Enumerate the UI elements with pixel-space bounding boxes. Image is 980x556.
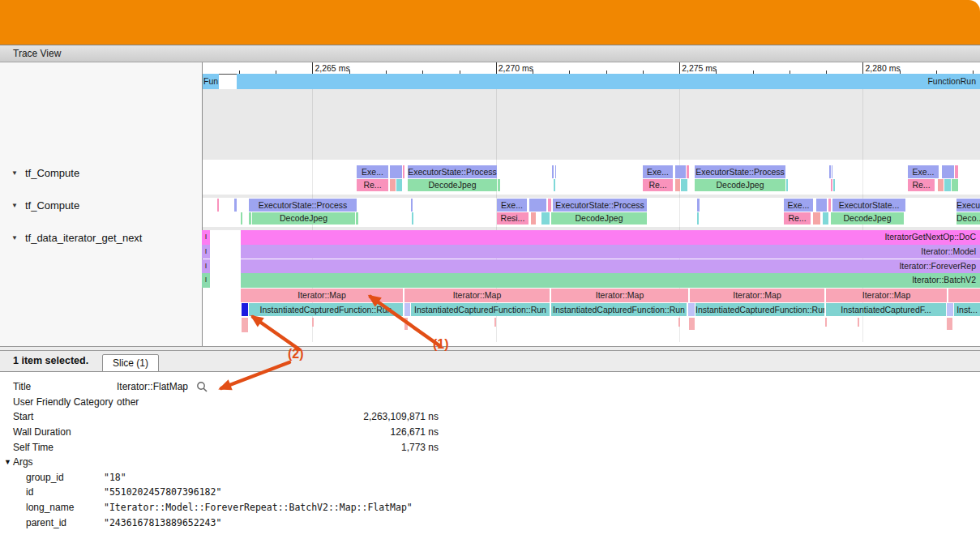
trace-slice[interactable] — [697, 199, 700, 212]
trace-slice[interactable]: I — [202, 230, 210, 245]
trace-slice[interactable]: I — [202, 245, 210, 259]
trace-slice[interactable]: ExecutorState::Process — [695, 165, 785, 178]
trace-slice[interactable] — [356, 212, 358, 225]
trace-slice[interactable]: ExecutorState... — [832, 199, 905, 212]
trace-slice[interactable] — [412, 212, 413, 225]
trace-slice[interactable]: Fun — [203, 74, 219, 89]
trace-slice[interactable]: DecodeJpeg — [831, 212, 904, 225]
track-group-tf-compute-1[interactable]: ▼ tf_Compute — [11, 166, 79, 180]
trace-slice[interactable] — [828, 199, 831, 212]
trace-slice[interactable] — [813, 212, 820, 225]
trace-slice[interactable]: Execu... — [956, 199, 980, 212]
trace-slice[interactable] — [249, 212, 251, 225]
trace-slice[interactable]: DecodeJpeg — [695, 179, 785, 192]
trace-slice[interactable]: InstantiatedCapturedFunction::Run — [551, 303, 687, 317]
trace-slice[interactable] — [675, 179, 680, 192]
trace-slice[interactable]: InstantiatedCapturedFunction::Run — [411, 303, 550, 317]
trace-slice[interactable]: Re... — [784, 212, 811, 225]
trace-slice[interactable] — [858, 318, 859, 327]
trace-slice[interactable]: Exe... — [357, 165, 388, 178]
trace-slice[interactable] — [688, 303, 695, 317]
trace-slice[interactable] — [955, 165, 958, 178]
trace-slice[interactable]: DecodeJpeg — [408, 179, 497, 192]
trace-slice[interactable] — [548, 199, 551, 212]
trace-slice[interactable]: Exe... — [497, 199, 527, 212]
trace-slice[interactable] — [948, 289, 980, 302]
trace-slice[interactable]: Exe... — [908, 165, 939, 178]
trace-slice[interactable]: ExecutorState::Process — [553, 199, 647, 212]
trace-slice[interactable]: Iterator::BatchV2 — [241, 273, 980, 288]
trace-slice[interactable] — [823, 212, 828, 225]
trace-slice[interactable] — [816, 199, 827, 212]
trace-slice[interactable] — [829, 165, 831, 178]
trace-slice[interactable]: Iterator::ForeverRep — [241, 259, 980, 273]
trace-slice[interactable]: Iterator::Map — [826, 289, 947, 302]
trace-slice[interactable] — [217, 199, 219, 212]
collapse-triangle-icon[interactable]: ▼ — [11, 235, 18, 242]
trace-slice[interactable] — [786, 179, 788, 192]
trace-slice[interactable]: ExecutorState::Process — [249, 199, 357, 212]
trace-slice[interactable] — [404, 318, 408, 330]
trace-slice[interactable] — [832, 165, 832, 178]
trace-slice[interactable]: DecodeJpeg — [252, 212, 355, 225]
trace-slice[interactable]: Iterator::Map — [690, 289, 824, 302]
trace-slice[interactable]: Iterator::Map — [404, 289, 550, 302]
trace-slice[interactable] — [531, 212, 536, 225]
trace-slice[interactable]: Exe... — [784, 199, 813, 212]
trace-slice[interactable]: Re... — [908, 179, 935, 192]
trace-slice[interactable]: Re... — [643, 179, 673, 192]
trace-slice[interactable] — [390, 165, 402, 178]
trace-slice[interactable] — [242, 318, 248, 332]
trace-slice[interactable] — [689, 318, 695, 330]
args-section-header[interactable]: ▼ Args — [0, 455, 980, 470]
trace-slice[interactable]: I — [202, 259, 210, 273]
trace-slice[interactable] — [411, 199, 413, 212]
collapse-triangle-icon[interactable]: ▼ — [11, 203, 18, 209]
trace-slice[interactable] — [825, 318, 827, 327]
trace-slice[interactable] — [831, 179, 832, 192]
selected-slice[interactable] — [242, 303, 248, 317]
trace-slice[interactable] — [833, 179, 835, 192]
collapse-triangle-icon[interactable]: ▼ — [11, 170, 18, 177]
trace-slice[interactable]: Iterator::Model — [241, 245, 980, 259]
trace-slice[interactable] — [944, 179, 951, 192]
expand-triangle-icon[interactable]: ▼ — [4, 458, 11, 466]
trace-slice[interactable]: Inst... — [954, 303, 980, 317]
trace-slice[interactable] — [554, 179, 555, 192]
trace-slice[interactable] — [241, 212, 242, 225]
trace-slice[interactable]: Iterator::Map — [241, 289, 403, 302]
trace-slice[interactable] — [403, 165, 404, 178]
trace-slice[interactable] — [494, 318, 496, 327]
trace-slice[interactable] — [498, 179, 500, 192]
trace-slice[interactable]: InstantiatedCapturedFunction::Run — [249, 303, 403, 317]
trace-slice[interactable]: FunctionRun — [237, 74, 980, 89]
trace-slice[interactable] — [234, 199, 237, 212]
trace-slice[interactable] — [947, 303, 953, 317]
trace-slice[interactable] — [552, 165, 554, 178]
trace-slice[interactable]: ExecutorState::Process — [408, 165, 497, 178]
trace-slice[interactable] — [396, 179, 402, 192]
trace-slice[interactable]: I — [202, 273, 210, 288]
trace-slice[interactable]: Deco... — [956, 212, 980, 225]
trace-slice[interactable] — [390, 179, 396, 192]
track-group-tf-data-iterator[interactable]: ▼ tf_data_iterator_get_next — [11, 231, 142, 245]
trace-slice[interactable]: InstantiatedCapturedF... — [826, 303, 946, 317]
track-group-tf-compute-2[interactable]: ▼ tf_Compute — [11, 199, 79, 212]
trace-slice[interactable]: IteratorGetNextOp::DoC — [241, 230, 980, 245]
trace-slice[interactable] — [952, 179, 958, 192]
trace-slice[interactable]: Re... — [357, 179, 388, 192]
trace-slice[interactable] — [697, 212, 699, 225]
trace-slice[interactable] — [678, 318, 680, 327]
trace-slice[interactable] — [938, 179, 944, 192]
trace-slice[interactable] — [555, 165, 556, 178]
trace-slice[interactable] — [541, 212, 550, 225]
trace-slice[interactable] — [404, 303, 410, 317]
trace-slice[interactable] — [687, 165, 689, 178]
trace-slice[interactable] — [947, 318, 952, 330]
trace-slice[interactable] — [942, 165, 954, 178]
trace-slice[interactable]: Iterator::Map — [551, 289, 688, 302]
tab-slice[interactable]: Slice (1) — [102, 354, 159, 372]
trace-slice[interactable] — [675, 165, 686, 178]
trace-slice[interactable]: Exe... — [643, 165, 673, 178]
trace-slice[interactable] — [681, 179, 687, 192]
